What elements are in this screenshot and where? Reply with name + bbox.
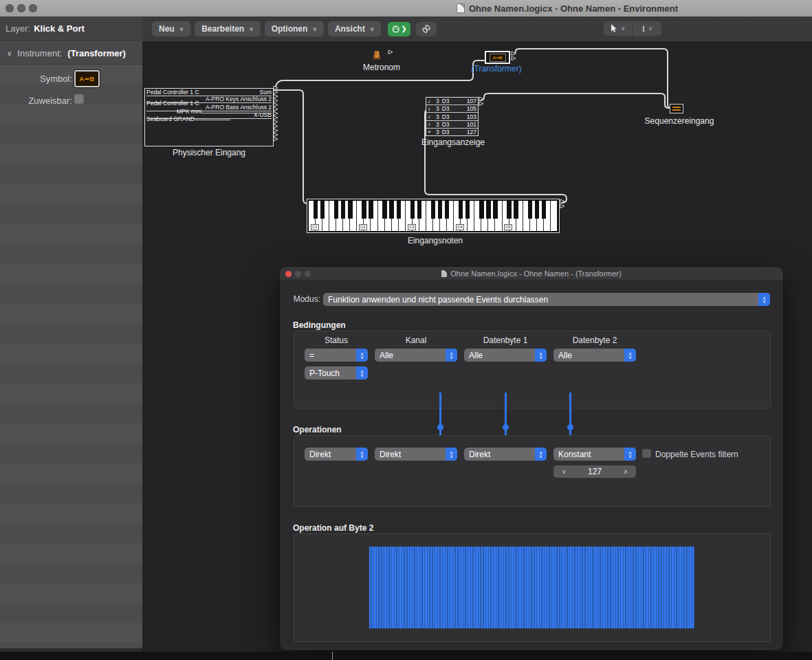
layer-selector[interactable]: Layer: Klick & Port [0,16,142,41]
zoom-window-button[interactable] [29,4,37,12]
transformer-titlebar: Ohne Namen.logicx - Ohne Namen - (Transf… [280,267,783,280]
minimize-window-button[interactable] [17,4,25,12]
black-key[interactable] [459,201,463,219]
column-header-status: Status [295,336,377,345]
close-window-button[interactable] [285,271,292,277]
black-key[interactable] [493,201,497,219]
output-port-icon[interactable] [274,94,278,98]
note-on-icon: ♪ [428,113,433,120]
sequencer-input-object[interactable] [670,104,683,113]
note-off-icon: × [428,129,433,135]
keyboard-keys[interactable]: C1 C2 C3 C4 C5 [309,201,558,231]
black-key[interactable] [369,201,373,219]
output-port-icon[interactable] [274,137,278,141]
status-event-type-dropdown[interactable]: P-Touch ∧∨ [305,366,368,380]
transformer-object[interactable]: A⇒B [485,51,510,64]
output-port-icon[interactable] [274,99,278,103]
kanal-condition-dropdown[interactable]: Alle ∧∨ [375,349,457,362]
black-key[interactable] [341,201,345,219]
tool-selector: ∨ I ∨ [604,21,661,36]
kanal-operation-dropdown[interactable]: Direkt ∧∨ [375,448,457,461]
metronome-icon[interactable] [373,50,381,60]
input-monitor-object[interactable]: ♪ 3D3 107 ♪ 3D3 105 ♪ 3D3 103 ♪ 3D3 101 … [426,97,479,136]
port-name: Pedal Controller 1 C [146,89,199,96]
black-key[interactable] [362,201,366,219]
zuweisbar-checkbox[interactable] [74,94,84,104]
black-key[interactable] [445,201,449,219]
transformer-window-title: Ohne Namen.logicx - Ohne Namen - (Transf… [450,270,621,278]
menu-optionen[interactable]: Optionen∨ [265,21,324,36]
text-tool-button[interactable]: I ∨ [633,21,662,36]
black-key[interactable] [389,201,393,219]
black-key[interactable] [535,201,539,219]
disclosure-chevron-icon[interactable]: ∨ [7,50,12,57]
link-button[interactable] [416,22,437,36]
black-key[interactable] [542,201,546,219]
black-key[interactable] [314,201,318,219]
black-key[interactable] [507,201,511,219]
input-notes-keyboard-object[interactable]: C1 C2 C3 C4 C5 [307,199,560,233]
output-port-icon[interactable] [388,50,393,54]
output-port-icon[interactable] [274,103,278,107]
output-port-icon[interactable] [274,111,278,116]
output-port-icon[interactable] [479,102,483,106]
output-port-icon[interactable] [274,129,278,133]
output-port-icon[interactable] [274,107,278,111]
output-port-icon[interactable] [274,116,278,120]
datenbyte1-operation-dropdown[interactable]: Direkt ∧∨ [464,448,547,461]
zoom-window-button[interactable] [305,271,311,277]
menu-bearbeiten[interactable]: Bearbeiten∨ [195,21,261,36]
black-key[interactable] [382,201,386,219]
black-key[interactable] [514,201,518,219]
transformer-object-label[interactable]: (Transformer) [462,64,531,74]
output-port-icon[interactable] [274,124,278,129]
cursor-arrow-icon [611,24,617,33]
stepper-increment-icon[interactable]: ∧ [615,468,636,475]
black-key[interactable] [479,201,483,219]
black-key[interactable] [397,201,401,219]
black-key[interactable] [465,201,470,219]
white-key[interactable] [551,201,558,231]
black-key[interactable] [334,201,338,219]
close-window-button[interactable] [6,4,14,12]
black-key[interactable] [417,201,421,219]
output-port-icon[interactable] [274,133,278,137]
window-bottom-edge [0,652,812,660]
doppelte-events-checkbox[interactable] [642,449,651,458]
status-condition-dropdown[interactable]: = ∧∨ [305,349,368,362]
stepper-decrement-icon[interactable]: ∨ [553,468,574,475]
datenbyte1-condition-dropdown[interactable]: Alle ∧∨ [464,349,547,362]
black-key[interactable] [431,201,435,219]
text-tool-icon: I [642,23,645,34]
note-on-icon: ♪ [428,106,433,112]
midi-connector-icon [392,25,399,34]
output-port-icon[interactable] [512,56,516,60]
instrument-header[interactable]: ∨ Instrument: (Transformer) [0,42,142,65]
pointer-tool-button[interactable]: ∨ [604,21,633,36]
byte2-map-graph[interactable] [369,547,694,628]
menu-neu[interactable]: Neu∨ [152,21,190,36]
black-key[interactable] [486,201,490,219]
output-port-icon[interactable] [274,90,278,94]
black-key[interactable] [348,201,352,219]
black-key[interactable] [438,201,442,219]
note-on-icon: ♪ [428,98,433,104]
bottom-divider-tick [332,652,333,660]
status-operation-dropdown[interactable]: Direkt ∧∨ [305,448,368,461]
transformer-symbol-button[interactable]: A⇒B [74,70,100,87]
cable-physical-to-keyboard [276,90,309,204]
black-key[interactable] [320,201,325,219]
black-key[interactable] [410,201,415,219]
minimize-window-button[interactable] [295,271,301,277]
black-key[interactable] [528,201,532,219]
midi-monitor-button[interactable]: ❯ [388,22,410,36]
output-port-icon[interactable] [274,120,278,124]
physical-input-object[interactable]: Pedal Controller 1 C Sum A-PRO Keys Ansc… [144,88,274,146]
datenbyte2-operation-dropdown[interactable]: Konstant ∧∨ [553,448,636,461]
menu-ansicht[interactable]: Ansicht∨ [328,21,382,36]
konstant-value-stepper[interactable]: ∨ 127 ∧ [553,465,636,478]
output-port-icon[interactable] [560,204,564,208]
datenbyte2-condition-dropdown[interactable]: Alle ∧∨ [553,349,636,362]
symbol-label: Symbol: [3,74,72,84]
modus-dropdown[interactable]: Funktion anwenden und nicht passende Eve… [323,293,770,306]
